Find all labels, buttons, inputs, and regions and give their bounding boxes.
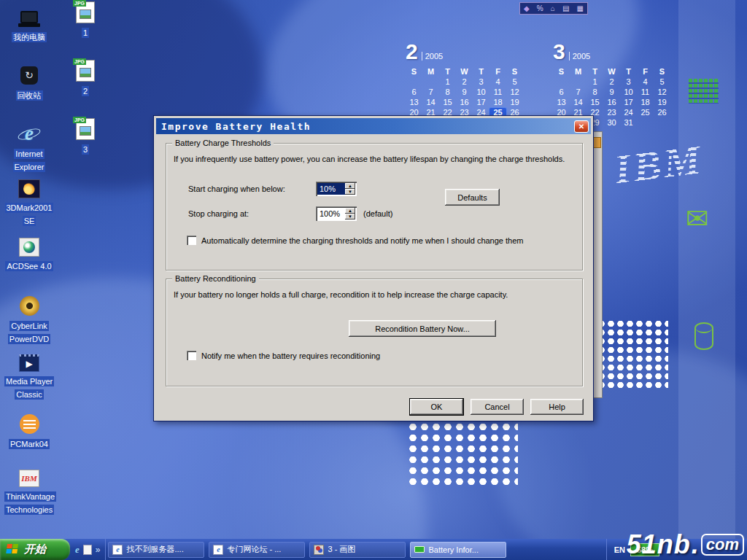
jpg-file-icon: JPG: [76, 1, 95, 23]
calendar-day: 6: [553, 88, 570, 96]
stop-charging-value[interactable]: 100%: [317, 208, 345, 219]
dialog-title: Improve Battery Health: [161, 121, 574, 132]
calendar-day: 3: [473, 77, 489, 86]
calendar-day-header: S: [654, 67, 670, 76]
dialog-title-bar[interactable]: Improve Battery Health ✕: [156, 118, 591, 134]
ok-button[interactable]: OK: [410, 399, 463, 415]
task-button-label: Battery Infor...: [428, 545, 478, 554]
battery-reconditioning-group: Battery Reconditioning If your battery n…: [166, 279, 583, 386]
calendar-day: [406, 77, 422, 86]
cancel-button[interactable]: Cancel: [471, 399, 524, 415]
spinner-down-icon[interactable]: ▼: [345, 189, 355, 195]
calendar-day: 12: [506, 88, 523, 96]
calendar-day-header: W: [603, 67, 620, 76]
pcmark-icon: [16, 413, 42, 435]
calendar-day: 13: [553, 98, 570, 106]
jpg-badge: JPG: [73, 58, 86, 65]
calendar-day: [553, 77, 570, 86]
help-button[interactable]: Help: [530, 399, 584, 415]
recycle-bin-icon: ↻: [16, 64, 42, 86]
calendar-day-header: T: [473, 67, 489, 76]
calendar-day: 6: [406, 88, 422, 96]
widget-percent-icon[interactable]: %: [537, 5, 543, 12]
task-button-forum[interactable]: e 专门网论坛 - ...: [209, 542, 305, 558]
calendar-day: 4: [489, 77, 506, 86]
group-title: Battery Reconditioning: [172, 274, 259, 283]
auto-determine-label: Automatically determine the charging thr…: [201, 236, 523, 245]
notify-reconditioning-checkbox[interactable]: [187, 351, 196, 360]
battery-icon: [414, 546, 425, 553]
desktop-icon-acdsee[interactable]: ACDSee 4.0: [4, 238, 54, 272]
task-button-server-not-found[interactable]: e 找不到服务器....: [108, 542, 204, 558]
close-icon[interactable]: ✕: [574, 120, 589, 133]
watermark-name: 51nb: [627, 529, 691, 560]
desktop-icon-recycle-bin[interactable]: ↻ 回收站: [4, 64, 54, 101]
calendar-day: 25: [637, 108, 654, 117]
watermark-dot: .: [692, 529, 699, 560]
calendar-february: 2 2005 SMTWTFS 1234567891011121314151617…: [406, 39, 523, 127]
desktop-icon-thinkvantage[interactable]: IBM ThinkVantage Technologies: [4, 470, 54, 516]
desktop-icon-internet-explorer[interactable]: e Internet Explorer: [4, 122, 54, 173]
desktop-icon-label: Internet Explorer: [13, 149, 46, 172]
desktop-icon-jpg-1[interactable]: JPG 1: [64, 1, 107, 39]
calendar-day: 16: [603, 98, 620, 106]
calendar-day: 24: [620, 108, 637, 117]
stop-charging-spinner[interactable]: 100% ▲ ▼: [316, 206, 357, 221]
quick-launch-ie-icon[interactable]: e: [75, 544, 80, 556]
widget-list-icon[interactable]: ▤: [562, 5, 569, 12]
calendar-day: 11: [637, 88, 654, 96]
desktop-icon-label: 我的电脑: [12, 32, 47, 42]
calendar-day-header: T: [439, 67, 456, 76]
wallpaper-dots-grid: [597, 319, 668, 389]
access-widget[interactable]: ◆ % ⌂ ▤ ▦: [519, 2, 588, 15]
desktop-icon-jpg-2[interactable]: JPG 2: [64, 60, 107, 97]
defaults-button[interactable]: Defaults: [445, 189, 500, 206]
desktop-icon-pcmark04[interactable]: PCMark04: [4, 413, 54, 450]
quick-launch-more-chevron-icon[interactable]: »: [96, 545, 101, 555]
ie-page-icon: e: [213, 545, 223, 555]
desktop-icon-3dmark2001[interactable]: 3DMark2001 SE: [4, 179, 54, 227]
notify-reconditioning-checkbox-row[interactable]: Notify me when the battery requires reco…: [187, 351, 573, 360]
recondition-battery-button[interactable]: Recondition Battery Now...: [349, 320, 496, 337]
language-indicator[interactable]: EN: [614, 545, 625, 554]
start-charging-spinner[interactable]: 10% ▲ ▼: [316, 182, 357, 196]
desktop-icon-my-computer[interactable]: 我的电脑: [4, 6, 54, 43]
powerdvd-icon: [16, 295, 42, 316]
calendar-day: 17: [473, 98, 489, 106]
widget-diamond-icon[interactable]: ◆: [524, 5, 530, 12]
spinner-down-icon[interactable]: ▼: [345, 214, 355, 219]
thinkvantage-icon: IBM: [19, 470, 39, 487]
desktop-icon-powerdvd[interactable]: CyberLink PowerDVD: [4, 295, 54, 345]
calendar-month: 3: [553, 41, 565, 63]
jpg-file-icon: JPG: [76, 60, 95, 82]
desktop-icon-jpg-3[interactable]: JPG 3: [64, 118, 107, 155]
calendar-march: 3 2005 SMTWTFS 1234567891011121314151617…: [553, 39, 670, 127]
start-button[interactable]: 开始: [0, 539, 70, 560]
calendar-day-header: F: [637, 67, 654, 76]
task-button-label: 专门网论坛 - ...: [227, 544, 281, 555]
spinner-up-icon[interactable]: ▲: [345, 208, 355, 214]
desktop-icon-media-player-classic[interactable]: ▶ Media Player Classic: [4, 354, 54, 400]
auto-determine-checkbox-row[interactable]: Automatically determine the charging thr…: [187, 236, 573, 245]
calendar-day-header: W: [456, 67, 473, 76]
widget-home-icon[interactable]: ⌂: [551, 5, 555, 12]
calendar-day: 5: [654, 77, 670, 86]
calendar-day: 12: [654, 88, 670, 96]
task-button-paint[interactable]: 3 - 画图: [309, 542, 406, 558]
start-charging-value[interactable]: 10%: [317, 183, 345, 195]
widget-grid-icon[interactable]: ▦: [576, 5, 583, 12]
calendar-day: 2: [603, 77, 620, 86]
spinner-up-icon[interactable]: ▲: [345, 183, 355, 189]
start-button-label: 开始: [24, 542, 46, 556]
desktop-icon-label: 回收站: [16, 90, 43, 101]
start-charging-label: Start charging when below:: [188, 184, 285, 193]
desktop-icon-label: 2: [82, 86, 89, 96]
desktop-icon-label: CyberLink PowerDVD: [8, 321, 50, 344]
quick-launch-desktop-icon[interactable]: [83, 545, 92, 555]
calendar-day: 14: [570, 98, 587, 106]
auto-determine-checkbox[interactable]: [187, 236, 196, 245]
task-button-battery-information[interactable]: Battery Infor...: [410, 542, 506, 558]
calendar-day: 17: [620, 98, 637, 106]
task-button-label: 找不到服务器....: [126, 544, 183, 555]
calendar-day: 4: [637, 77, 654, 86]
